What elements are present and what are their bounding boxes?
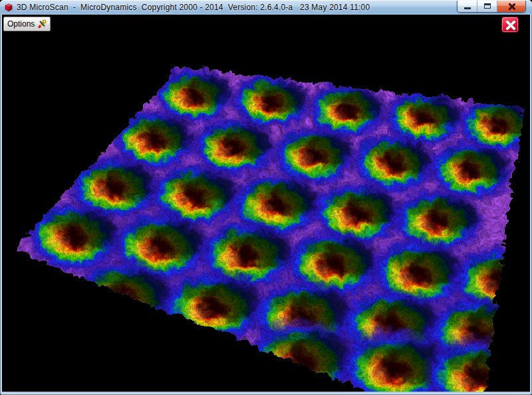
tools-icon <box>37 19 47 29</box>
dash-icon <box>464 7 471 9</box>
app-window: 3D MicroScan - MicroDynamics Copyright 2… <box>0 0 532 395</box>
caption-button-group <box>457 1 526 13</box>
surface-geometry <box>2 15 530 392</box>
app-icon[interactable] <box>4 3 13 12</box>
view-close-button[interactable] <box>501 17 519 33</box>
x-icon <box>508 3 515 10</box>
options-label: Options <box>7 19 35 29</box>
square-icon <box>484 3 491 9</box>
window-title: 3D MicroScan - MicroDynamics Copyright 2… <box>17 3 370 12</box>
minimize-button[interactable] <box>458 1 477 12</box>
maximize-button[interactable] <box>477 1 497 12</box>
options-button[interactable]: Options <box>3 17 51 31</box>
client-area: Options <box>2 15 530 392</box>
title-bar[interactable]: 3D MicroScan - MicroDynamics Copyright 2… <box>0 0 532 15</box>
surface-3d-view[interactable] <box>2 15 530 392</box>
close-button[interactable] <box>497 1 525 12</box>
